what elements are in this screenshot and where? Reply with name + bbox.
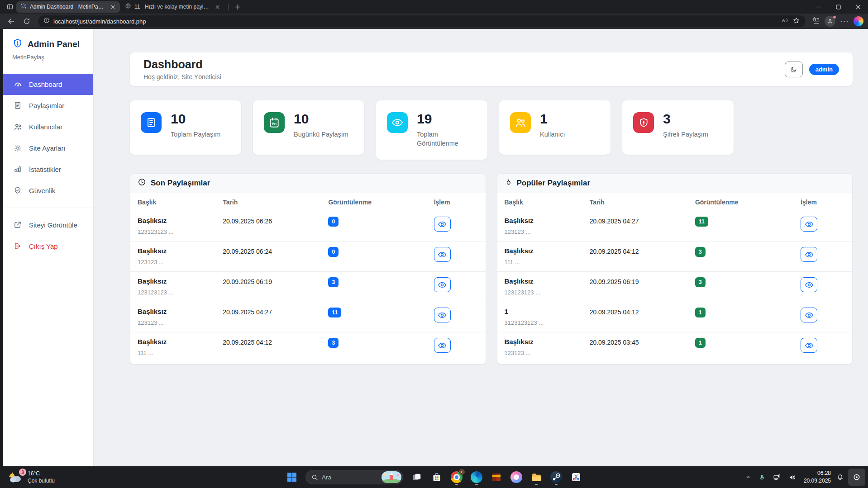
profile-avatar[interactable] — [825, 16, 835, 27]
sidebar-item-dashboard[interactable]: Dashboard — [3, 74, 93, 95]
view-post-button[interactable] — [434, 338, 451, 353]
theme-toggle-button[interactable] — [785, 62, 803, 77]
microsoft-store-icon[interactable] — [428, 468, 445, 486]
post-title: Başlıksız — [138, 338, 223, 346]
view-post-button[interactable] — [801, 247, 817, 262]
tab-actions-menu-icon[interactable] — [4, 1, 16, 12]
tables-row: Son Paylaşımlar Başlık Tarih Görüntülenm… — [130, 173, 853, 365]
read-aloud-icon[interactable]: A — [781, 16, 789, 26]
screen-record-indicator[interactable] — [848, 469, 865, 486]
favorites-bar-icon[interactable] — [812, 16, 820, 26]
column-header: İşlem — [434, 199, 478, 206]
chrome-icon[interactable]: F — [448, 468, 465, 486]
browser-tab-active[interactable]: Admin Dashboard - MetinPaylaş — [16, 1, 120, 13]
panel-title: Popüler Paylaşımlar — [517, 179, 591, 188]
taskbar-search[interactable]: Ara — [305, 470, 403, 484]
network-icon[interactable] — [769, 468, 784, 486]
browser-tab[interactable]: 11 - Hızlı ve kolay metin paylaşım — [121, 1, 224, 13]
settings-menu-icon[interactable]: ··· — [840, 17, 849, 26]
url-field[interactable]: localhost/just/admin/dashboard.php A — [38, 15, 806, 27]
sidebar-divider — [3, 208, 93, 208]
shield-lock-icon — [633, 112, 654, 133]
view-post-button[interactable] — [801, 308, 817, 322]
system-tray: 06:28 20.09.2025 — [742, 466, 865, 488]
tab-title: Admin Dashboard - MetinPaylaş — [30, 4, 106, 10]
sidebar-item-site-ayarlari[interactable]: Site Ayarları — [3, 137, 93, 159]
microphone-icon[interactable] — [755, 468, 768, 486]
running-indicator — [475, 484, 478, 485]
sidebar-item-istatistikler[interactable]: İstatistikler — [3, 159, 93, 180]
stat-card-toplam-goruntulenme: 19 Toplam Görüntülenme — [376, 100, 487, 160]
paint-icon[interactable] — [508, 468, 525, 486]
globe-favicon-icon — [125, 3, 131, 11]
edge-icon[interactable] — [468, 468, 485, 486]
steam-icon[interactable] — [548, 468, 565, 486]
post-date: 20.09.2025 04:12 — [590, 308, 695, 316]
post-title: Başlıksız — [138, 247, 223, 255]
popular-posts-panel: Popüler Paylaşımlar Başlık Tarih Görüntü… — [497, 173, 853, 365]
minimize-button[interactable] — [808, 0, 828, 14]
post-date: 20.09.2025 06:24 — [223, 247, 328, 255]
tray-chevron-icon[interactable] — [742, 468, 754, 486]
view-post-button[interactable] — [801, 277, 817, 292]
sidebar-item-label: Siteyi Görüntüle — [29, 221, 77, 229]
svg-text:Fri: Fri — [272, 122, 277, 126]
close-button[interactable] — [848, 0, 868, 14]
post-date: 20.09.2025 06:19 — [223, 277, 328, 285]
file-text-icon — [14, 101, 22, 110]
stat-label: Şifreli Paylaşım — [663, 130, 708, 139]
column-header: Tarih — [590, 199, 695, 206]
tab-close-icon[interactable] — [109, 3, 116, 10]
task-view-button[interactable] — [408, 468, 425, 486]
sidebar-item-guvenlik[interactable]: Güvenlik — [3, 180, 93, 201]
volume-icon[interactable] — [785, 468, 800, 486]
sidebar-divider — [3, 69, 93, 69]
post-title: Başlıksız — [138, 277, 223, 285]
copilot-icon[interactable] — [854, 16, 863, 26]
view-post-button[interactable] — [434, 277, 451, 292]
clock-time: 06:28 — [804, 469, 831, 477]
app-title: Admin Panel — [28, 39, 80, 49]
stat-card-toplam-paylasim: 10 Toplam Paylaşım — [130, 100, 241, 155]
post-date: 20.09.2025 06:19 — [590, 277, 695, 285]
browser-window: Admin Dashboard - MetinPaylaş 11 - Hızlı… — [0, 0, 868, 466]
view-post-button[interactable] — [801, 338, 817, 353]
panel-header: Son Paylaşımlar — [130, 174, 486, 193]
refresh-button[interactable] — [20, 15, 33, 28]
new-tab-button[interactable] — [231, 1, 244, 12]
view-post-button[interactable] — [434, 217, 451, 232]
sidebar-item-cikis-yap[interactable]: Çıkış Yap — [3, 236, 93, 257]
start-button[interactable] — [283, 468, 300, 486]
sidebar-item-paylasimlar[interactable]: Paylaşımlar — [3, 95, 93, 116]
site-info-icon[interactable] — [43, 17, 50, 25]
file-text-icon — [141, 112, 162, 133]
post-snippet: 111 ... — [505, 259, 590, 265]
browser-tabstrip: Admin Dashboard - MetinPaylaş 11 - Hızlı… — [0, 0, 868, 14]
favorite-star-icon[interactable] — [792, 17, 800, 26]
sidebar-item-kullanicilar[interactable]: Kullanıcılar — [3, 116, 93, 137]
search-highlight-image[interactable] — [382, 471, 401, 483]
snipping-tool-icon[interactable] — [568, 468, 585, 486]
maximize-button[interactable] — [828, 0, 848, 14]
post-snippet: 123123 ... — [505, 228, 590, 235]
weather-widget[interactable]: 3 16°C Çok bulutlu — [5, 466, 58, 488]
view-post-button[interactable] — [801, 217, 817, 232]
view-post-button[interactable] — [434, 247, 451, 262]
stat-label: Toplam Paylaşım — [171, 130, 220, 139]
tab-close-icon[interactable] — [214, 3, 221, 10]
file-explorer-icon[interactable] — [528, 468, 545, 486]
winrar-icon[interactable] — [488, 468, 505, 486]
post-date: 20.09.2025 04:27 — [223, 308, 328, 316]
tray-clock[interactable]: 06:28 20.09.2025 — [801, 469, 834, 485]
stat-value: 10 — [171, 112, 220, 126]
sidebar-item-siteyi-goruntule[interactable]: Siteyi Görüntüle — [3, 214, 93, 236]
table-row: Başlıksız123123123 ... 20.09.2025 06:19 … — [497, 272, 853, 302]
back-button[interactable] — [5, 15, 18, 28]
users-icon — [510, 112, 531, 133]
flame-icon — [505, 178, 512, 189]
post-title: Başlıksız — [505, 217, 590, 224]
notification-bell-icon[interactable] — [835, 468, 845, 486]
view-post-button[interactable] — [434, 308, 451, 322]
post-date: 20.09.2025 03:45 — [590, 338, 695, 346]
gauge-icon — [14, 80, 22, 89]
